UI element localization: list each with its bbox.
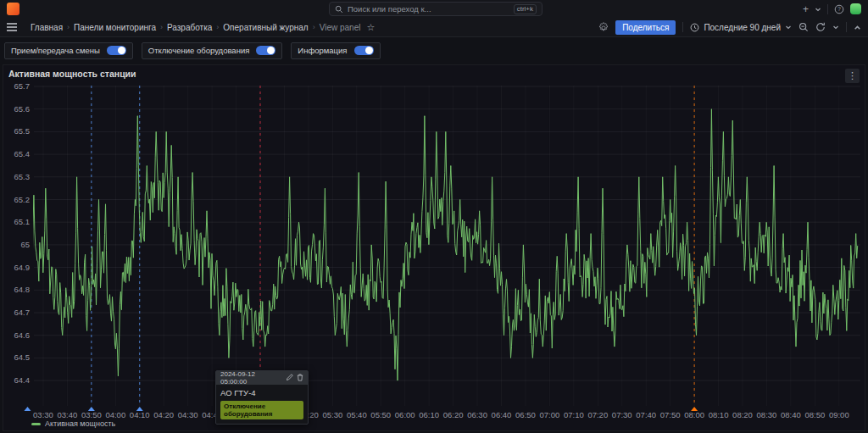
toggle-shift-handover[interactable]: Прием/передача смены bbox=[4, 42, 133, 59]
annotation-tooltip-body: АО ГТУ-4 Отключение оборудования bbox=[216, 385, 308, 424]
toggle-label: Отключение оборудования bbox=[148, 46, 250, 55]
x-axis-tick: 06:30 bbox=[467, 410, 487, 419]
x-axis-tick: 07:20 bbox=[587, 410, 608, 419]
breadcrumb-dashboards[interactable]: Панели мониторинга bbox=[74, 23, 156, 32]
x-axis-tick: 06:50 bbox=[515, 410, 536, 419]
chevron-up-icon[interactable] bbox=[854, 24, 861, 31]
annotation-title: АО ГТУ-4 bbox=[220, 388, 303, 397]
x-axis-tick: 07:10 bbox=[564, 410, 584, 419]
breadcrumb-separator: › bbox=[67, 23, 70, 31]
x-axis-tick: 03:40 bbox=[58, 410, 78, 419]
time-range-picker[interactable]: Последние 90 дней bbox=[690, 23, 792, 32]
x-axis-tick: 07:00 bbox=[540, 410, 560, 419]
y-axis-tick: 64.4 bbox=[14, 375, 31, 385]
x-axis-tick: 06:00 bbox=[395, 410, 415, 419]
x-axis-tick: 05:50 bbox=[370, 410, 391, 419]
divider bbox=[682, 22, 683, 32]
toggle-label: Информация bbox=[298, 46, 347, 55]
avatar[interactable] bbox=[850, 3, 861, 14]
breadcrumb-separator: › bbox=[160, 23, 163, 31]
edit-icon[interactable] bbox=[287, 374, 293, 382]
x-axis-tick: 07:30 bbox=[612, 410, 632, 419]
breadcrumb-home[interactable]: Главная bbox=[31, 23, 63, 32]
x-axis-tick: 04:10 bbox=[130, 410, 150, 419]
delete-icon[interactable] bbox=[297, 374, 303, 383]
x-axis-tick: 08:50 bbox=[804, 410, 825, 419]
x-axis-tick: 08:10 bbox=[709, 410, 729, 419]
toggle-equipment-shutdown[interactable]: Отключение оборудования bbox=[142, 42, 283, 59]
toggle-switch[interactable] bbox=[256, 46, 275, 55]
breadcrumb-view-panel: View panel bbox=[320, 23, 361, 32]
time-range-label: Последние 90 дней bbox=[704, 23, 781, 32]
annotation-marker[interactable] bbox=[24, 407, 31, 411]
annotation-tag-badge: Отключение оборудования bbox=[220, 401, 303, 419]
x-axis-tick: 03:50 bbox=[81, 410, 102, 419]
annotation-timestamp: 2024-09-12 05:00:00 bbox=[220, 370, 283, 386]
y-axis-tick: 64.9 bbox=[14, 263, 31, 272]
top-bar: Поиск или переход к... ctrl+k + ? bbox=[0, 0, 868, 18]
x-axis-tick: 05:30 bbox=[322, 410, 342, 419]
breadcrumb-separator: › bbox=[313, 23, 315, 31]
menu-icon[interactable] bbox=[7, 23, 17, 31]
annotation-tooltip: 2024-09-12 05:00:00 АО ГТУ-4 Отключение … bbox=[215, 370, 309, 425]
y-axis-tick: 65.6 bbox=[14, 104, 31, 114]
chevron-down-icon[interactable] bbox=[815, 6, 821, 13]
chevron-down-icon[interactable] bbox=[832, 24, 839, 31]
grafana-logo[interactable] bbox=[7, 3, 19, 15]
x-axis-tick: 04:20 bbox=[153, 410, 174, 419]
x-axis-tick: 03:30 bbox=[33, 410, 53, 419]
annotation-tooltip-header: 2024-09-12 05:00:00 bbox=[216, 371, 308, 385]
legend-series-marker bbox=[31, 423, 41, 425]
y-axis-tick: 65.4 bbox=[14, 149, 31, 158]
breadcrumb-dashboard[interactable]: Оперативный журнал bbox=[223, 23, 308, 32]
annotation-marker[interactable] bbox=[88, 407, 95, 411]
search-input[interactable]: Поиск или переход к... ctrl+k bbox=[329, 2, 542, 16]
y-axis-tick: 65.2 bbox=[14, 195, 31, 204]
x-axis-tick: 06:10 bbox=[419, 410, 439, 419]
x-axis-tick: 08:20 bbox=[732, 410, 753, 419]
breadcrumb-folder[interactable]: Разработка bbox=[167, 23, 212, 32]
x-axis-tick: 04:00 bbox=[105, 410, 125, 419]
y-axis-tick: 65.1 bbox=[14, 217, 31, 226]
annotation-marker[interactable] bbox=[136, 407, 143, 411]
legend-series-label: Активная мощность bbox=[45, 419, 115, 428]
search-icon bbox=[335, 5, 343, 14]
zoom-out-icon[interactable] bbox=[798, 22, 809, 32]
star-icon[interactable]: ☆ bbox=[366, 22, 375, 33]
breadcrumb: Главная › Панели мониторинга › Разработк… bbox=[31, 22, 375, 33]
chart-panel: Активная мощность станции ⋮ 65.765.665.5… bbox=[3, 64, 865, 431]
x-axis-tick: 04:30 bbox=[178, 410, 198, 419]
gear-icon[interactable] bbox=[598, 22, 609, 32]
breadcrumb-separator: › bbox=[216, 23, 219, 31]
chevron-down-icon bbox=[785, 24, 792, 31]
help-icon[interactable]: ? bbox=[834, 4, 844, 14]
shortcut-badge: ctrl+k bbox=[514, 4, 537, 14]
svg-text:?: ? bbox=[837, 6, 841, 12]
x-axis-tick: 09:00 bbox=[829, 410, 849, 419]
x-axis-tick: 07:40 bbox=[636, 410, 656, 419]
toggle-label: Прием/передача смены bbox=[11, 46, 100, 55]
toggle-switch[interactable] bbox=[354, 46, 374, 55]
x-axis-tick: 08:40 bbox=[781, 410, 801, 419]
y-axis-tick: 64.8 bbox=[14, 285, 31, 294]
legend[interactable]: Активная мощность bbox=[31, 419, 115, 428]
annotation-marker[interactable] bbox=[691, 407, 698, 411]
y-axis-tick: 65 bbox=[20, 240, 30, 249]
search-placeholder: Поиск или переход к... bbox=[348, 4, 509, 14]
nav-bar: Главная › Панели мониторинга › Разработк… bbox=[0, 18, 868, 37]
toggle-information[interactable]: Информация bbox=[291, 42, 380, 59]
x-axis-tick: 06:40 bbox=[492, 410, 512, 419]
refresh-icon[interactable] bbox=[815, 22, 826, 32]
x-axis-tick: 05:40 bbox=[347, 410, 367, 419]
x-axis-tick: 08:00 bbox=[684, 410, 704, 419]
clock-icon bbox=[690, 23, 699, 32]
time-series-chart[interactable]: 65.765.665.565.465.365.265.16564.964.864… bbox=[3, 65, 865, 421]
annotation-filters: Прием/передача смены Отключение оборудов… bbox=[0, 37, 868, 64]
toggle-switch[interactable] bbox=[107, 46, 126, 55]
y-axis-tick: 65.3 bbox=[14, 172, 31, 181]
x-axis-tick: 07:50 bbox=[660, 410, 681, 419]
add-button[interactable]: + bbox=[803, 3, 809, 15]
y-axis-tick: 65.7 bbox=[14, 81, 31, 91]
y-axis-tick: 64.6 bbox=[14, 330, 31, 340]
share-button[interactable]: Поделиться bbox=[615, 20, 676, 35]
